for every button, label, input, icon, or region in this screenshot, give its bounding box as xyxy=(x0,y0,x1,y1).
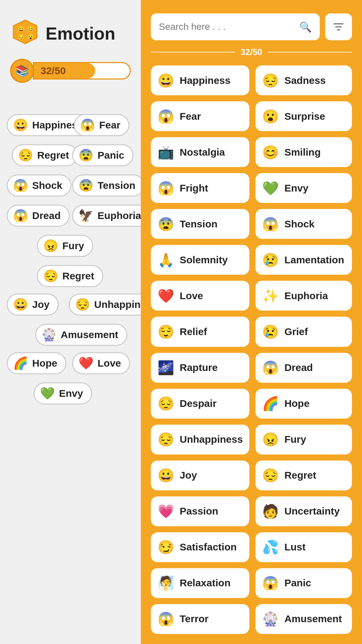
grid-chip[interactable]: 😱Panic xyxy=(255,568,352,598)
left-chip[interactable]: 😀Joy xyxy=(7,293,59,316)
grid-chip-label: Fright xyxy=(180,182,208,194)
grid-chip-emoji: 🌈 xyxy=(262,397,279,410)
grid-chip[interactable]: 😔Regret xyxy=(255,461,352,490)
grid-chip-emoji: 💦 xyxy=(262,540,279,554)
grid-chip[interactable]: 😌Relief xyxy=(151,317,249,346)
grid-chip[interactable]: 😔Sadness xyxy=(255,65,352,95)
chip-label: Hope xyxy=(32,358,57,369)
chip-emoji: 😔 xyxy=(75,299,90,311)
score-text: 32/50 xyxy=(235,47,267,57)
grid-chip-label: Satisfaction xyxy=(180,541,237,553)
search-bar: 🔍 xyxy=(151,13,320,40)
grid-chip[interactable]: 😱Fright xyxy=(151,173,249,203)
grid-chip[interactable]: 🧖Relaxation xyxy=(151,568,249,598)
grid-chip[interactable]: 💗Passion xyxy=(151,496,249,526)
search-icon: 🔍 xyxy=(299,21,312,33)
svg-rect-7 xyxy=(337,29,340,31)
chip-label: Euphoria xyxy=(98,210,141,221)
left-chip[interactable]: 🎡Amusement xyxy=(35,324,127,346)
chip-emoji: 😀 xyxy=(13,299,28,311)
grid-chip[interactable]: 😨Tension xyxy=(151,209,249,239)
grid-chip[interactable]: 😢Grief xyxy=(255,317,352,346)
left-chip[interactable]: 😱Fear xyxy=(74,114,129,136)
grid-chip-label: Shock xyxy=(284,218,314,230)
chip-emoji: 😔 xyxy=(18,149,33,161)
grid-chip[interactable]: 😢Lamentation xyxy=(255,245,352,275)
left-chip[interactable]: 🦅Euphoria xyxy=(72,205,150,227)
left-chip[interactable]: 💚Envy xyxy=(34,382,92,405)
chip-label: Tension xyxy=(98,180,135,191)
grid-chip[interactable]: ✨Euphoria xyxy=(255,281,352,311)
grid-chip[interactable]: 📺Nostalgia xyxy=(151,137,249,167)
left-panel: 😀 😊 😔 😮 Emotion 📚 32/50 😀Happiness😱Fear😔… xyxy=(0,0,141,644)
grid-chip[interactable]: 😱Shock xyxy=(255,209,352,239)
grid-chip[interactable]: 💦Lust xyxy=(255,532,352,562)
left-chip[interactable]: 😠Fury xyxy=(37,235,93,257)
grid-chip-label: Smiling xyxy=(284,147,320,158)
svg-text:😔: 😔 xyxy=(17,34,25,41)
grid-chip-label: Grief xyxy=(284,326,308,337)
grid-chip[interactable]: 😮Surprise xyxy=(255,101,352,131)
grid-chip[interactable]: 😠Fury xyxy=(255,425,352,454)
filter-button[interactable] xyxy=(325,13,352,40)
chip-label: Regret xyxy=(37,150,69,161)
grid-chip-emoji: 😌 xyxy=(158,325,174,338)
left-chip[interactable]: 😱Dread xyxy=(7,205,70,227)
left-chips-area: 😀Happiness😱Fear😔Regret😨Panic😱Shock😨Tensi… xyxy=(0,77,141,614)
svg-rect-5 xyxy=(334,23,344,24)
chip-emoji: 😱 xyxy=(13,210,28,222)
grid-chip-label: Relaxation xyxy=(180,577,231,589)
chip-emoji: 😀 xyxy=(13,119,28,131)
grid-chip[interactable]: 😔Unhappiness xyxy=(151,425,249,454)
grid-chip[interactable]: 😱Fear xyxy=(151,101,249,131)
chip-emoji: 😱 xyxy=(13,179,28,192)
grid-chip[interactable]: 🧑Uncertainty xyxy=(255,496,352,526)
chip-label: Panic xyxy=(98,150,124,161)
left-chip[interactable]: 🌈Hope xyxy=(7,352,66,374)
grid-chip[interactable]: 😊Smiling xyxy=(255,137,352,167)
grid-chip-emoji: 😔 xyxy=(262,74,279,87)
chip-label: Dread xyxy=(32,210,61,221)
score-row: 32/50 xyxy=(151,47,352,57)
score-line-left xyxy=(151,52,235,53)
grid-chip-label: Lamentation xyxy=(284,254,344,266)
grid-chip[interactable]: 🎡Amusement xyxy=(255,604,352,634)
left-chip[interactable]: 😔Regret xyxy=(37,265,103,287)
progress-label: 32/50 xyxy=(34,65,66,76)
grid-chip[interactable]: 😔Despair xyxy=(151,389,249,419)
grid-chip-emoji: 😔 xyxy=(158,433,174,446)
left-chip[interactable]: 😱Shock xyxy=(7,174,71,197)
grid-chip-emoji: 📺 xyxy=(158,146,174,159)
chip-emoji: 😔 xyxy=(43,270,58,282)
emotions-grid: 😀Happiness😔Sadness😱Fear😮Surprise📺Nostalg… xyxy=(151,65,352,634)
left-chip[interactable]: ❤️Love xyxy=(72,352,130,374)
chip-emoji: 😨 xyxy=(78,149,94,161)
grid-chip[interactable]: 😱Terror xyxy=(151,604,249,634)
grid-chip[interactable]: 🙏Solemnity xyxy=(151,245,249,275)
right-panel: 🔍 32/50 😀Happiness😔Sadness😱Fear😮Surprise… xyxy=(141,0,362,644)
grid-chip-label: Nostalgia xyxy=(180,147,225,158)
grid-chip-emoji: 😊 xyxy=(262,146,279,159)
grid-chip[interactable]: 💚Envy xyxy=(255,173,352,203)
grid-chip[interactable]: 🌈Hope xyxy=(255,389,352,419)
grid-chip-label: Happiness xyxy=(180,75,231,86)
grid-chip-label: Relief xyxy=(180,326,207,337)
grid-chip[interactable]: 😀Joy xyxy=(151,461,249,490)
search-input[interactable] xyxy=(159,21,295,32)
grid-chip[interactable]: ❤️Love xyxy=(151,281,249,311)
left-chip[interactable]: 😔Regret xyxy=(12,144,78,166)
left-chip[interactable]: 😨Panic xyxy=(72,144,133,166)
grid-chip-emoji: 😱 xyxy=(158,612,174,626)
grid-chip[interactable]: 😀Happiness xyxy=(151,65,249,95)
grid-chip-emoji: 😔 xyxy=(262,469,279,482)
grid-chip[interactable]: 😱Dread xyxy=(255,353,352,383)
chip-label: Regret xyxy=(62,270,94,282)
chip-label: Joy xyxy=(32,299,50,310)
chip-emoji: 💚 xyxy=(40,387,55,399)
grid-chip-label: Euphoria xyxy=(284,290,328,302)
left-chip[interactable]: 😨Tension xyxy=(72,174,144,197)
grid-chip[interactable]: 🌌Rapture xyxy=(151,353,249,383)
grid-chip-emoji: 🙏 xyxy=(158,253,174,267)
grid-chip[interactable]: 😏Satisfaction xyxy=(151,532,249,562)
grid-chip-emoji: 🧑 xyxy=(262,504,279,518)
